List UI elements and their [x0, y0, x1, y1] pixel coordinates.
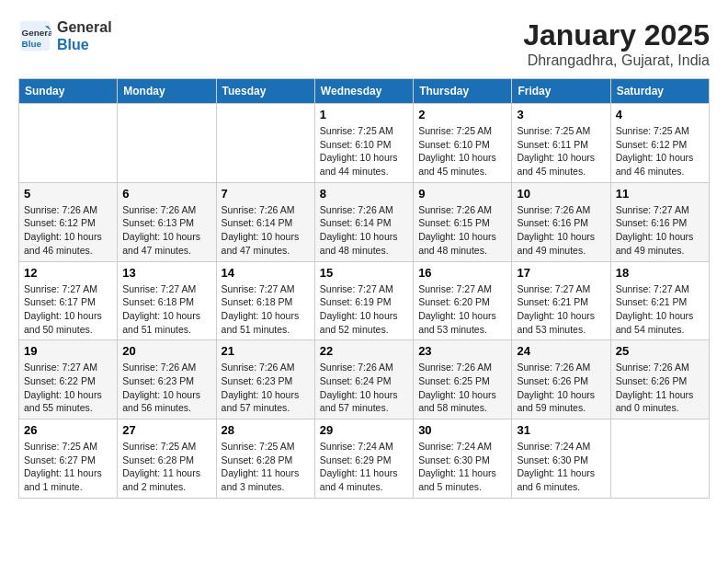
cell-info: Sunrise: 7:27 AMSunset: 6:21 PMDaylight:… [616, 282, 704, 337]
calendar-cell: 10Sunrise: 7:26 AMSunset: 6:16 PMDayligh… [512, 182, 610, 261]
cell-info: Sunrise: 7:27 AMSunset: 6:18 PMDaylight:… [122, 282, 210, 337]
cell-info: Sunrise: 7:25 AMSunset: 6:28 PMDaylight:… [222, 440, 310, 494]
date-number: 4 [616, 108, 704, 121]
calendar-cell [19, 104, 118, 183]
calendar-cell: 9Sunrise: 7:26 AMSunset: 6:15 PMDaylight… [414, 182, 512, 261]
logo: General Blue General Blue [18, 18, 112, 53]
calendar-cell: 8Sunrise: 7:26 AMSunset: 6:14 PMDaylight… [314, 182, 413, 261]
date-number: 11 [616, 187, 704, 201]
calendar-cell: 21Sunrise: 7:26 AMSunset: 6:23 PMDayligh… [216, 340, 314, 419]
calendar-cell [610, 419, 709, 499]
title-block: January 2025 Dhrangadhra, Gujarat, India [523, 18, 710, 69]
cell-info: Sunrise: 7:25 AMSunset: 6:10 PMDaylight:… [418, 124, 506, 178]
date-number: 2 [418, 108, 506, 121]
cell-info: Sunrise: 7:27 AMSunset: 6:16 PMDaylight:… [616, 203, 704, 258]
cell-info: Sunrise: 7:24 AMSunset: 6:30 PMDaylight:… [418, 440, 506, 494]
cell-info: Sunrise: 7:27 AMSunset: 6:17 PMDaylight:… [24, 282, 112, 337]
calendar-cell: 3Sunrise: 7:25 AMSunset: 6:11 PMDaylight… [512, 104, 610, 183]
date-number: 18 [616, 266, 704, 280]
calendar-cell: 14Sunrise: 7:27 AMSunset: 6:18 PMDayligh… [216, 261, 314, 340]
date-number: 27 [122, 423, 210, 437]
date-number: 24 [517, 344, 605, 358]
logo-general: General [57, 18, 112, 36]
svg-text:Blue: Blue [22, 39, 42, 49]
calendar-cell: 27Sunrise: 7:25 AMSunset: 6:28 PMDayligh… [118, 419, 216, 499]
date-number: 7 [222, 187, 310, 201]
calendar-cell: 7Sunrise: 7:26 AMSunset: 6:14 PMDaylight… [216, 182, 314, 261]
date-number: 17 [517, 266, 605, 280]
cell-info: Sunrise: 7:26 AMSunset: 6:23 PMDaylight:… [122, 361, 210, 415]
date-number: 20 [122, 344, 210, 358]
cell-info: Sunrise: 7:25 AMSunset: 6:12 PMDaylight:… [616, 124, 704, 178]
date-number: 19 [24, 344, 112, 358]
cell-info: Sunrise: 7:26 AMSunset: 6:25 PMDaylight:… [418, 361, 506, 415]
calendar-cell: 4Sunrise: 7:25 AMSunset: 6:12 PMDaylight… [610, 104, 709, 183]
calendar-cell: 22Sunrise: 7:26 AMSunset: 6:24 PMDayligh… [314, 340, 413, 419]
cell-info: Sunrise: 7:26 AMSunset: 6:26 PMDaylight:… [616, 361, 704, 415]
cell-info: Sunrise: 7:25 AMSunset: 6:28 PMDaylight:… [122, 440, 210, 494]
day-header-wednesday: Wednesday [314, 79, 413, 104]
calendar-cell: 16Sunrise: 7:27 AMSunset: 6:20 PMDayligh… [414, 261, 512, 340]
cell-info: Sunrise: 7:24 AMSunset: 6:30 PMDaylight:… [517, 440, 605, 494]
date-number: 3 [517, 108, 605, 121]
calendar-cell: 18Sunrise: 7:27 AMSunset: 6:21 PMDayligh… [610, 261, 709, 340]
cell-info: Sunrise: 7:27 AMSunset: 6:19 PMDaylight:… [320, 282, 408, 337]
calendar-table: SundayMondayTuesdayWednesdayThursdayFrid… [18, 78, 710, 499]
calendar-cell: 25Sunrise: 7:26 AMSunset: 6:26 PMDayligh… [610, 340, 709, 419]
day-header-saturday: Saturday [610, 79, 709, 104]
day-header-thursday: Thursday [414, 79, 512, 104]
date-number: 23 [418, 344, 506, 358]
date-number: 1 [320, 108, 408, 121]
cell-info: Sunrise: 7:26 AMSunset: 6:14 PMDaylight:… [320, 203, 408, 258]
date-number: 12 [24, 266, 112, 280]
calendar-cell: 28Sunrise: 7:25 AMSunset: 6:28 PMDayligh… [216, 419, 314, 499]
calendar-cell: 17Sunrise: 7:27 AMSunset: 6:21 PMDayligh… [512, 261, 610, 340]
week-row-5: 26Sunrise: 7:25 AMSunset: 6:27 PMDayligh… [19, 419, 710, 499]
calendar-cell: 1Sunrise: 7:25 AMSunset: 6:10 PMDaylight… [314, 104, 413, 183]
month-title: January 2025 [523, 18, 710, 52]
cell-info: Sunrise: 7:25 AMSunset: 6:11 PMDaylight:… [517, 124, 605, 178]
date-number: 16 [418, 266, 506, 280]
cell-info: Sunrise: 7:26 AMSunset: 6:24 PMDaylight:… [320, 361, 408, 415]
date-number: 6 [122, 187, 210, 201]
cell-info: Sunrise: 7:26 AMSunset: 6:12 PMDaylight:… [24, 203, 112, 258]
date-number: 29 [320, 423, 408, 437]
date-number: 26 [24, 423, 112, 437]
date-number: 21 [222, 344, 310, 358]
cell-info: Sunrise: 7:26 AMSunset: 6:23 PMDaylight:… [222, 361, 310, 415]
date-number: 25 [616, 344, 704, 358]
calendar-cell: 30Sunrise: 7:24 AMSunset: 6:30 PMDayligh… [414, 419, 512, 499]
cell-info: Sunrise: 7:25 AMSunset: 6:10 PMDaylight:… [320, 124, 408, 178]
date-number: 9 [418, 187, 506, 201]
page-header: General Blue General Blue January 2025 D… [18, 18, 710, 69]
date-number: 15 [320, 266, 408, 280]
calendar-cell: 5Sunrise: 7:26 AMSunset: 6:12 PMDaylight… [19, 182, 118, 261]
day-header-tuesday: Tuesday [216, 79, 314, 104]
cell-info: Sunrise: 7:26 AMSunset: 6:16 PMDaylight:… [517, 203, 605, 258]
date-number: 5 [24, 187, 112, 201]
calendar-cell: 23Sunrise: 7:26 AMSunset: 6:25 PMDayligh… [414, 340, 512, 419]
week-row-3: 12Sunrise: 7:27 AMSunset: 6:17 PMDayligh… [19, 261, 710, 340]
date-number: 30 [418, 423, 506, 437]
cell-info: Sunrise: 7:27 AMSunset: 6:22 PMDaylight:… [24, 361, 112, 415]
week-row-4: 19Sunrise: 7:27 AMSunset: 6:22 PMDayligh… [19, 340, 710, 419]
week-row-2: 5Sunrise: 7:26 AMSunset: 6:12 PMDaylight… [19, 182, 710, 261]
date-number: 10 [517, 187, 605, 201]
calendar-cell: 20Sunrise: 7:26 AMSunset: 6:23 PMDayligh… [118, 340, 216, 419]
cell-info: Sunrise: 7:25 AMSunset: 6:27 PMDaylight:… [24, 440, 112, 494]
date-number: 28 [222, 423, 310, 437]
calendar-cell: 2Sunrise: 7:25 AMSunset: 6:10 PMDaylight… [414, 104, 512, 183]
calendar-cell [216, 104, 314, 183]
cell-info: Sunrise: 7:26 AMSunset: 6:26 PMDaylight:… [517, 361, 605, 415]
date-number: 22 [320, 344, 408, 358]
calendar-cell [118, 104, 216, 183]
day-header-sunday: Sunday [19, 79, 118, 104]
calendar-cell: 12Sunrise: 7:27 AMSunset: 6:17 PMDayligh… [19, 261, 118, 340]
cell-info: Sunrise: 7:26 AMSunset: 6:14 PMDaylight:… [222, 203, 310, 258]
date-number: 8 [320, 187, 408, 201]
logo-blue: Blue [57, 36, 112, 53]
day-header-monday: Monday [118, 79, 216, 104]
calendar-cell: 19Sunrise: 7:27 AMSunset: 6:22 PMDayligh… [19, 340, 118, 419]
calendar-cell: 15Sunrise: 7:27 AMSunset: 6:19 PMDayligh… [314, 261, 413, 340]
date-number: 31 [517, 423, 605, 437]
